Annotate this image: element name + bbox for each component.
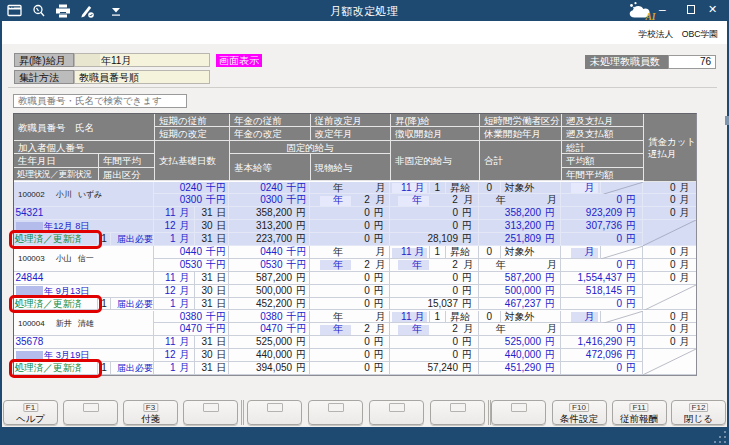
svg-text:AI: AI — [645, 12, 656, 22]
